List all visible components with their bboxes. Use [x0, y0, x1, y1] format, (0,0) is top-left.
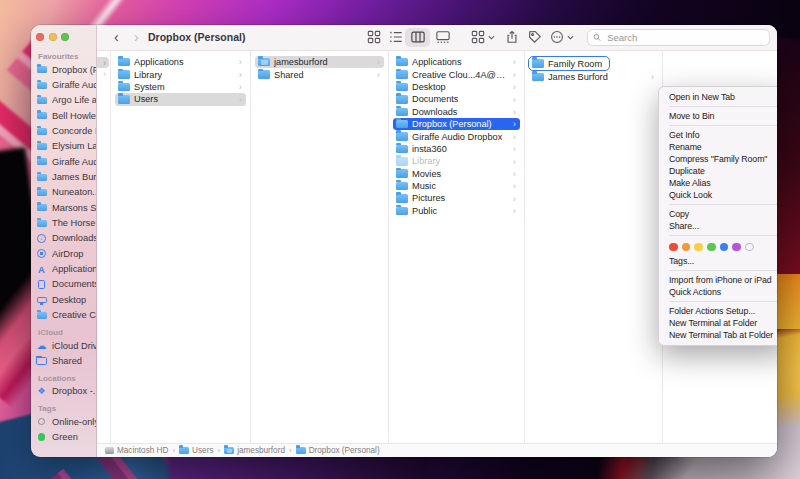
menu-item-get-info[interactable]: Get Info — [659, 129, 777, 141]
folder-icon — [396, 120, 408, 129]
sidebar-item-online-only[interactable]: Online-only — [31, 414, 96, 429]
folder-icon — [396, 58, 408, 67]
menu-item-tags[interactable]: Tags... — [659, 255, 777, 267]
column-item-insta360[interactable]: insta360› — [393, 143, 520, 155]
column-item-dropbox-personal[interactable]: Dropbox (Personal)› — [393, 118, 520, 130]
menu-item-make-alias[interactable]: Make Alias — [659, 177, 777, 189]
sidebar-item-downloads[interactable]: ↓Downloads — [31, 231, 96, 246]
sidebar-item-james-burf[interactable]: James Burf... — [31, 169, 96, 184]
sidebar-item-label: The Horse... — [52, 218, 96, 228]
sidebar-item-desktop[interactable]: Desktop — [31, 292, 96, 307]
menu-item-import-from-iphone-or-ipad[interactable]: Import from iPhone or iPad› — [659, 274, 777, 286]
folder-icon — [396, 169, 408, 178]
menu-item-label: Compress "Family Room" — [669, 154, 767, 164]
column-item-music[interactable]: Music› — [393, 180, 520, 192]
menu-item-label: Rename — [669, 142, 702, 152]
airdrop-icon — [37, 249, 46, 258]
share-icon[interactable] — [505, 30, 519, 44]
tag-color-dot-1[interactable] — [682, 243, 691, 252]
forward-button[interactable]: › — [134, 26, 139, 48]
sidebar-item-documents[interactable]: Documents — [31, 277, 96, 292]
menu-item-compress-family-room[interactable]: Compress "Family Room" — [659, 153, 777, 165]
column-item-jamesburford[interactable]: jamesburford› — [255, 56, 384, 68]
sidebar-item-marsons-s[interactable]: Marsons S... — [31, 200, 96, 215]
path-segment-jamesburford[interactable]: jamesburford — [224, 446, 285, 455]
column-item-james-burford[interactable]: James Burford› — [529, 71, 658, 83]
more-actions-icon[interactable] — [550, 30, 564, 44]
sidebar-item-icloud-drive[interactable]: ☁iCloud Drive — [31, 338, 96, 353]
column-item-movies[interactable]: Movies› — [393, 168, 520, 180]
tag-color-dot-5[interactable] — [732, 243, 741, 252]
tag-color-dot-4[interactable] — [720, 243, 729, 252]
sidebar-item-giraffe-aud[interactable]: Giraffe Aud... — [31, 154, 96, 169]
icon-view-icon[interactable] — [367, 30, 381, 44]
column-item-documents[interactable]: Documents› — [393, 93, 520, 105]
menu-item-new-terminal-tab-at-folder[interactable]: New Terminal Tab at Folder — [659, 329, 777, 341]
sidebar-item-concorde-i[interactable]: Concorde I... — [31, 123, 96, 138]
sidebar-item-giraffe-aud[interactable]: Giraffe Aud... — [31, 77, 96, 92]
column-view-icon[interactable] — [411, 30, 425, 44]
path-segment-macintosh-hd[interactable]: Macintosh HD — [105, 446, 168, 455]
close-button[interactable] — [36, 33, 44, 41]
sidebar-item-nuneaton[interactable]: Nuneaton... — [31, 185, 96, 200]
search-input[interactable] — [605, 31, 764, 44]
menu-item-open-in-new-tab[interactable]: Open in New Tab — [659, 91, 777, 103]
path-segment-users[interactable]: Users — [179, 446, 213, 455]
path-segment-dropbox-personal[interactable]: Dropbox (Personal) — [296, 446, 380, 455]
sidebar-section-label: Favourites — [31, 52, 96, 62]
tag-color-dot-none[interactable] — [745, 243, 754, 252]
tag-color-dot-3[interactable] — [707, 243, 716, 252]
list-view-icon[interactable] — [389, 30, 403, 44]
menu-item-copy[interactable]: Copy — [659, 208, 777, 220]
tag-icon[interactable] — [528, 30, 542, 44]
column-item-public[interactable]: Public› — [393, 205, 520, 217]
sidebar-item-the-horse[interactable]: The Horse... — [31, 215, 96, 230]
column-item-library[interactable]: Library› — [115, 68, 246, 80]
sidebar-item-green[interactable]: Green — [31, 429, 96, 444]
column-item-label: Downloads — [412, 107, 457, 117]
column-item-desktop[interactable]: Desktop› — [393, 81, 520, 93]
column-item-family-room[interactable]: Family Room — [528, 56, 610, 71]
sidebar-item-creative-cl[interactable]: Creative Cl... — [31, 308, 96, 323]
sidebar-item-dropbox[interactable]: ❖Dropbox -... — [31, 384, 96, 399]
minimize-button[interactable] — [49, 33, 57, 41]
column-item-downloads[interactable]: Downloads› — [393, 106, 520, 118]
menu-item-quick-look[interactable]: Quick Look — [659, 189, 777, 201]
sidebar-item-shared[interactable]: Shared — [31, 353, 96, 368]
column-item-applications[interactable]: Applications› — [393, 56, 520, 68]
column-item-users[interactable]: Users› — [115, 93, 246, 105]
sidebar-item-bell-howle[interactable]: Bell Howle... — [31, 108, 96, 123]
column-item-creative-clou-4a-adobeid[interactable]: Creative Clou...4A@AdobeID› — [393, 68, 520, 80]
menu-item-share[interactable]: Share... — [659, 220, 777, 232]
search-field[interactable] — [587, 29, 770, 46]
column-item-pictures[interactable]: Pictures› — [393, 192, 520, 204]
sidebar-item-elysium-law[interactable]: Elysium Law — [31, 139, 96, 154]
downloads-icon: ↓ — [37, 234, 46, 243]
column-item-giraffe-audio-dropbox[interactable]: Giraffe Audio Dropbox› — [393, 130, 520, 142]
tag-color-dot-2[interactable] — [694, 243, 703, 252]
column-item-applications[interactable]: Applications› — [115, 56, 246, 68]
menu-item-quick-actions[interactable]: Quick Actions› — [659, 286, 777, 298]
column-item-shared[interactable]: Shared› — [255, 68, 384, 80]
column-item-library[interactable]: Library› — [393, 155, 520, 167]
column-item-system[interactable]: System› — [115, 81, 246, 93]
menu-item-rename[interactable]: Rename — [659, 141, 777, 153]
sidebar-item-applications[interactable]: AApplications — [31, 261, 96, 276]
column-item-label: Documents — [412, 94, 458, 104]
menu-item-new-terminal-at-folder[interactable]: New Terminal at Folder — [659, 317, 777, 329]
gallery-view-icon[interactable] — [436, 30, 450, 44]
back-button[interactable]: ‹ — [114, 26, 119, 48]
group-by-icon[interactable] — [471, 30, 485, 44]
zoom-button[interactable] — [61, 33, 69, 41]
tag-color-dot-0[interactable] — [669, 243, 678, 252]
path-segment-label: Macintosh HD — [117, 446, 168, 455]
menu-item-move-to-bin[interactable]: Move to Bin — [659, 110, 777, 122]
sidebar-item-dropbox-p[interactable]: Dropbox (P... — [31, 62, 96, 77]
menu-item-folder-actions-setup[interactable]: Folder Actions Setup... — [659, 305, 777, 317]
folder-icon — [396, 132, 408, 141]
sidebar-item-argo-life-a[interactable]: Argo Life a... — [31, 93, 96, 108]
sidebar-item-label: James Burf... — [52, 172, 96, 182]
folder-icon — [396, 182, 408, 191]
sidebar-item-airdrop[interactable]: AirDrop — [31, 246, 96, 261]
menu-item-duplicate[interactable]: Duplicate — [659, 165, 777, 177]
